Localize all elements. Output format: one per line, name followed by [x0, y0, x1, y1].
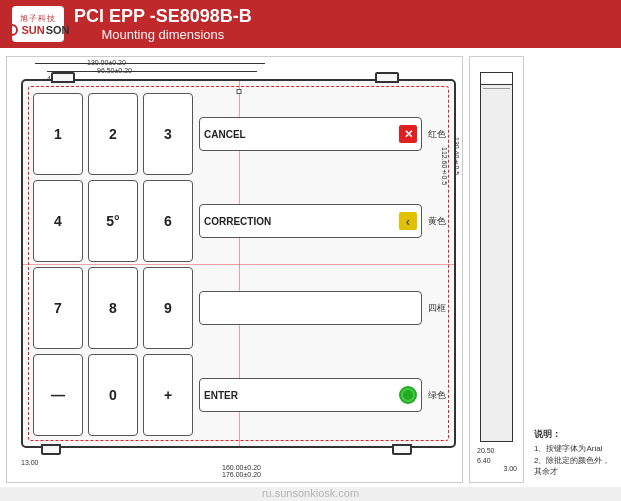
- key-minus[interactable]: —: [33, 354, 83, 436]
- sun-icon: [6, 24, 18, 36]
- dim-side2: 6.40: [477, 457, 491, 464]
- logo-sun: SUN: [21, 24, 44, 36]
- key-4[interactable]: 4: [33, 180, 83, 262]
- key-0[interactable]: 0: [88, 354, 138, 436]
- blank-color: 四框: [428, 302, 446, 315]
- bottom-dims: 160.00±0.20 176.00±0.20: [21, 464, 462, 478]
- key-plus[interactable]: +: [143, 354, 193, 436]
- func-keypad: CANCEL ✕ 红色 CORRECTION ‹ 黄色: [199, 93, 446, 436]
- main-content: 130.00±0.20 96.50±0.20 43.12: [0, 48, 621, 487]
- enter-key[interactable]: ENTER: [199, 378, 422, 412]
- watermark: ru.sunsonkiosk.com: [0, 487, 621, 499]
- key-5[interactable]: 5°: [88, 180, 138, 262]
- cancel-key[interactable]: CANCEL ✕: [199, 117, 422, 151]
- keypad-container: 1 2 3 4 5° 6 7 8 9 — 0 +: [21, 79, 456, 448]
- cancel-icon: ✕: [399, 125, 417, 143]
- dim-side1: 20.50: [477, 447, 495, 454]
- dim-right2: 112.60±0.5: [441, 147, 448, 185]
- key-2[interactable]: 2: [88, 93, 138, 175]
- header-subtitle: Mounting dimensions: [74, 27, 252, 42]
- keypad-border: 1 2 3 4 5° 6 7 8 9 — 0 +: [21, 79, 456, 448]
- notes-area: 说明： 1、按键字体为Arial 2、除批定的颜色外，其余才: [530, 56, 615, 483]
- enter-color: 绿色: [428, 389, 446, 402]
- key-6[interactable]: 6: [143, 180, 193, 262]
- correction-key[interactable]: CORRECTION ‹: [199, 204, 422, 238]
- tab-top-left: [51, 72, 75, 83]
- correction-label: CORRECTION: [204, 216, 271, 227]
- correction-row: CORRECTION ‹ 黄色: [199, 180, 446, 262]
- enter-label: ENTER: [204, 390, 238, 401]
- dim-side3: 3.00: [503, 465, 517, 472]
- key-7[interactable]: 7: [33, 267, 83, 349]
- tab-top-right: [375, 72, 399, 83]
- right-profile: 20.50 6.40 3.00: [469, 56, 524, 483]
- tab-bottom-right: [392, 444, 412, 455]
- profile-drawing: 20.50 6.40 3.00: [475, 67, 518, 472]
- header: 旭子科技 SUN SON PCI EPP -SE8098B-B Mounting…: [0, 0, 621, 48]
- header-text: PCI EPP -SE8098B-B Mounting dimensions: [74, 6, 252, 42]
- key-8[interactable]: 8: [88, 267, 138, 349]
- note-1: 1、按键字体为Arial: [534, 444, 611, 454]
- notes-title: 说明：: [534, 428, 611, 441]
- dim-right1: 130.40±0.5: [453, 137, 460, 175]
- dim-bottom-left: 13.00: [21, 459, 39, 466]
- dim-bottom2: 176.00±0.20: [21, 471, 462, 478]
- key-1[interactable]: 1: [33, 93, 83, 175]
- logo-chinese: 旭子科技: [20, 13, 56, 24]
- dim-bottom1: 160.00±0.20: [21, 464, 462, 471]
- logo-english: SUN SON: [6, 24, 69, 36]
- keys-area: 1 2 3 4 5° 6 7 8 9 — 0 +: [33, 93, 446, 436]
- blank-row: 四框: [199, 267, 446, 349]
- dim-line-top1: [35, 63, 265, 64]
- key-9[interactable]: 9: [143, 267, 193, 349]
- num-keypad: 1 2 3 4 5° 6 7 8 9 — 0 +: [33, 93, 193, 436]
- enter-icon: [399, 386, 417, 404]
- correction-color: 黄色: [428, 215, 446, 228]
- blank-key[interactable]: [199, 291, 422, 325]
- dim-line-top2: [47, 71, 257, 72]
- profile-top: [480, 72, 513, 84]
- tab-bottom-left: [41, 444, 61, 455]
- correction-icon: ‹: [399, 212, 417, 230]
- logo-son: SON: [46, 24, 70, 36]
- profile-ridge: [483, 85, 510, 89]
- cancel-row: CANCEL ✕ 红色: [199, 93, 446, 175]
- logo: 旭子科技 SUN SON: [12, 6, 64, 42]
- cancel-color: 红色: [428, 128, 446, 141]
- drawing-area: 130.00±0.20 96.50±0.20 43.12: [6, 56, 463, 483]
- cancel-label: CANCEL: [204, 129, 246, 140]
- key-3[interactable]: 3: [143, 93, 193, 175]
- note-2: 2、除批定的颜色外，其余才: [534, 456, 611, 477]
- profile-body: [480, 84, 513, 442]
- header-title: PCI EPP -SE8098B-B: [74, 6, 252, 27]
- enter-row: ENTER 绿色: [199, 354, 446, 436]
